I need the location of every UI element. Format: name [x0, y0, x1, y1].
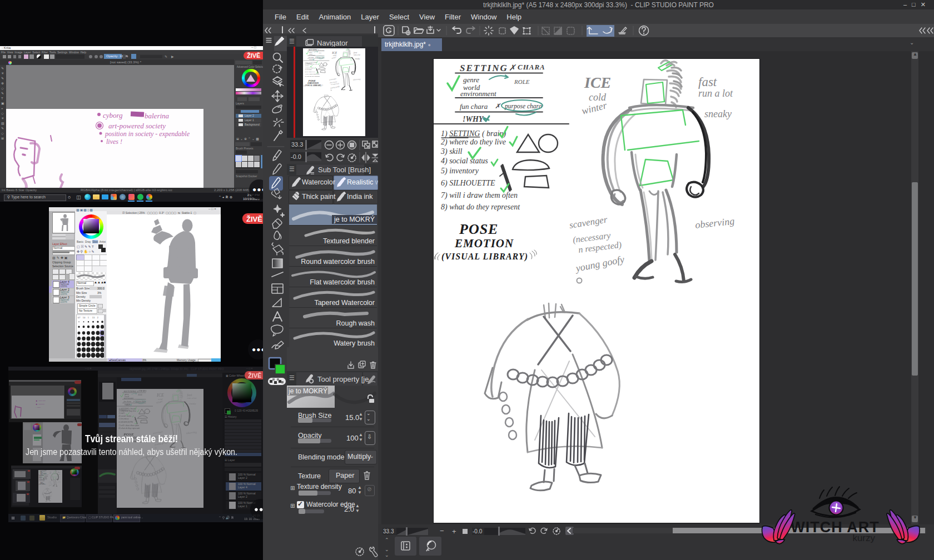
svg-text:1.5: 1.5 [92, 316, 95, 318]
svg-text:ICE: ICE [584, 74, 611, 91]
svg-text:✗: ✗ [509, 63, 516, 72]
svg-text:observing: observing [694, 216, 735, 231]
svg-text:fun chara: fun chara [460, 102, 488, 111]
svg-text:young goofy: young goofy [574, 253, 625, 274]
svg-text:2) where do they live: 2) where do they live [441, 138, 506, 147]
svg-text:fast: fast [698, 75, 717, 89]
svg-text:ROLE: ROLE [514, 78, 530, 85]
svg-text:EMOTION: EMOTION [454, 237, 514, 250]
svg-text:2: 2 [97, 316, 98, 318]
svg-text:scavenger: scavenger [569, 214, 608, 231]
svg-text:8) what do they represent: 8) what do they represent [441, 203, 520, 212]
svg-text:1: 1 [88, 316, 89, 318]
svg-text:5) inventory: 5) inventory [441, 167, 479, 176]
svg-text:winter: winter [580, 99, 608, 117]
svg-text:(VISUAL LIBRARY): (VISUAL LIBRARY) [441, 252, 528, 262]
svg-text:balerina: balerina [145, 112, 170, 120]
svg-text:kurzy: kurzy [852, 533, 875, 543]
svg-text:6) SILHOUETTE: 6) SILHOUETTE [441, 179, 495, 188]
svg-text:art-powered society: art-powered society [108, 122, 166, 130]
svg-text:run a lot: run a lot [698, 88, 733, 99]
svg-text:lives !: lives ! [106, 138, 122, 146]
svg-text:cyborg: cyborg [103, 111, 123, 119]
svg-text:1) SETTING ( brain): 1) SETTING ( brain) [441, 129, 506, 138]
svg-text:SETTING: SETTING [460, 63, 508, 73]
svg-text:genre: genre [463, 76, 479, 84]
svg-text:0.7: 0.7 [78, 316, 80, 318]
svg-text:!WHY: !WHY [463, 115, 484, 123]
svg-text:✗: ✗ [495, 102, 501, 110]
svg-text:sneaky: sneaky [704, 108, 732, 119]
svg-text:purpose chara: purpose chara [504, 103, 542, 110]
svg-text:4) social status: 4) social status [441, 157, 488, 166]
svg-text:position in society - expendab: position in society - expendable [105, 130, 190, 138]
svg-text:7) will i draw them often: 7) will i draw them often [441, 191, 518, 200]
svg-text:1.0: 1.0 [83, 316, 85, 318]
svg-text:CHARA: CHARA [518, 63, 545, 71]
svg-text:environment: environment [460, 89, 496, 98]
svg-text:3) skill: 3) skill [440, 147, 463, 156]
svg-text:POSE: POSE [459, 221, 498, 237]
